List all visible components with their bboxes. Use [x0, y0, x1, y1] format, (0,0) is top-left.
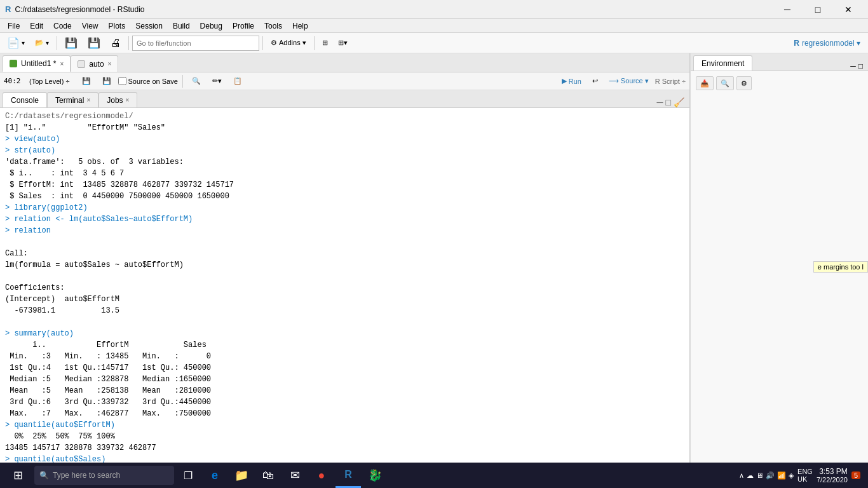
notification-badge[interactable]: 5	[851, 471, 860, 479]
menu-item-build[interactable]: Build	[168, 20, 195, 32]
console-tab-console[interactable]: Console	[3, 92, 47, 107]
sidebar-tabs-left: Environment	[693, 55, 752, 71]
task-view-button[interactable]: ❐	[175, 463, 201, 488]
close-button[interactable]: ✕	[834, 0, 863, 19]
titlebar: R C:/rdatasets/regresionmodel - RStudio …	[0, 0, 868, 19]
source-on-save-label[interactable]: Source on Save	[118, 77, 178, 85]
chrome-button[interactable]: ●	[309, 463, 334, 488]
environment-tab[interactable]: Environment	[693, 55, 752, 71]
toolbar: 📄▾ 📂▾ 💾 💾 🖨 ⚙ Addins ▾ ⊞ ⊞▾ R regresionm…	[0, 33, 868, 53]
titlebar-left: R C:/rdatasets/regresionmodel - RStudio	[5, 4, 144, 14]
save-script-button[interactable]: 💾	[78, 73, 95, 90]
addins-icon: ⚙	[271, 39, 277, 47]
filter-btn[interactable]: 🔍	[716, 76, 734, 90]
console-line-5: $ i.. : int 3 4 5 6 7	[5, 168, 684, 179]
menu-item-plots[interactable]: Plots	[104, 20, 131, 32]
console-tab-jobs[interactable]: Jobs ×	[98, 92, 137, 107]
editor-tab-auto[interactable]: auto ×	[71, 55, 118, 72]
sidebar-minimize-btn[interactable]: ─	[850, 62, 856, 71]
console-clear-btn[interactable]: 🧹	[674, 97, 684, 107]
sidebar-content: 📥 🔍 ⚙ e margins too l	[691, 71, 868, 463]
goto-input[interactable]	[132, 36, 259, 51]
mail-button[interactable]: ✉	[282, 463, 308, 488]
console-line-23: Median :5 Median :328878 Median :1650000	[5, 374, 684, 385]
chevron-up-icon[interactable]: ∧	[739, 471, 744, 480]
menu-item-help[interactable]: Help	[287, 20, 313, 32]
menu-item-profile[interactable]: Profile	[227, 20, 259, 32]
console-section: Console Terminal × Jobs × ─ □ 🧹	[0, 90, 689, 463]
open-icon: 📂	[35, 39, 44, 47]
file-explorer-button[interactable]: 📁	[229, 463, 254, 488]
tab-auto-close[interactable]: ×	[108, 60, 112, 67]
menu-item-tools[interactable]: Tools	[259, 20, 287, 32]
taskbar: ⊞ 🔍 ❐ e 📁 🛍 ✉ ● R 🐉 ∧ ☁ 🖥 🔊 📶 ◈ ENGUK	[0, 463, 868, 488]
edge-button[interactable]: e	[202, 463, 227, 488]
minimize-button[interactable]: ─	[773, 0, 802, 19]
menu-item-file[interactable]: File	[3, 20, 25, 32]
project-badge[interactable]: R regresionmodel ▾	[794, 39, 865, 48]
import-btn[interactable]: 📥	[696, 76, 714, 90]
store-button[interactable]: 🛍	[255, 463, 281, 488]
sidebar-tabs: Environment ─ □	[691, 53, 868, 71]
jobs-close[interactable]: ×	[126, 97, 130, 104]
edge-icon: e	[212, 469, 218, 482]
view-btn[interactable]: ⊞	[318, 35, 332, 51]
source-label: Source ▾	[621, 77, 649, 85]
editor-tab-untitled[interactable]: Untitled1 * ×	[3, 55, 71, 72]
search-bar[interactable]: 🔍	[34, 466, 174, 485]
file-explorer-icon: 📁	[234, 468, 248, 482]
terminal-close[interactable]: ×	[86, 97, 90, 104]
start-button[interactable]: ⊞	[3, 463, 33, 488]
environment-tab-label: Environment	[702, 59, 744, 68]
titlebar-controls: ─ □ ✕	[773, 0, 863, 19]
code-tools-button[interactable]: ✏▾	[208, 73, 226, 90]
extra-app-button[interactable]: 🐉	[362, 463, 388, 488]
menu-item-debug[interactable]: Debug	[195, 20, 227, 32]
sidebar-maximize-btn[interactable]: □	[858, 62, 863, 71]
save-all-button[interactable]: 💾	[83, 35, 105, 51]
tab-untitled-close[interactable]: ×	[60, 60, 64, 67]
csv-icon	[78, 60, 85, 68]
rerun-button[interactable]: ↩	[588, 73, 602, 90]
chrome-icon: ●	[318, 469, 325, 482]
print-button[interactable]: 🖨	[106, 35, 125, 51]
open-file-button[interactable]: 📂▾	[31, 35, 53, 51]
run-label: Run	[569, 78, 581, 85]
menu-item-session[interactable]: Session	[130, 20, 168, 32]
console-line-29: 13485 145717 328878 339732 462877	[5, 442, 684, 454]
console-tab-terminal[interactable]: Terminal ×	[47, 92, 98, 107]
new-file-dropdown[interactable]: ▾	[22, 39, 25, 46]
addins-button[interactable]: ⚙ Addins ▾	[266, 35, 311, 51]
view-btn2[interactable]: ⊞▾	[334, 35, 352, 51]
compile-button[interactable]: 📋	[229, 73, 247, 90]
save-script2-button[interactable]: 💾	[98, 73, 116, 90]
editor-tabs: Untitled1 * × auto ×	[0, 53, 689, 72]
console-line-11	[5, 236, 684, 248]
source-btn[interactable]: ⟶ Source ▾	[604, 73, 653, 90]
r-taskbar-button[interactable]: R	[336, 463, 361, 488]
console-line-9: > relation <- lm(auto$Sales~auto$EffortM…	[5, 214, 684, 225]
menu-item-view[interactable]: View	[77, 20, 104, 32]
new-file-button[interactable]: 📄▾	[3, 35, 29, 51]
console-minimize-btn[interactable]: ─	[657, 97, 663, 107]
save-button[interactable]: 💾	[60, 35, 82, 51]
project-name: regresionmodel ▾	[802, 39, 860, 48]
clock[interactable]: 3:53 PM 7/22/2020	[817, 467, 848, 484]
menu-item-edit[interactable]: Edit	[25, 20, 48, 32]
system-icons: ∧ ☁ 🖥 🔊 📶 ◈	[739, 471, 794, 480]
console-line-21: Min. :3 Min. : 13485 Min. : 0	[5, 351, 684, 362]
source-on-save-checkbox[interactable]	[118, 77, 126, 85]
console-maximize-btn[interactable]: □	[666, 97, 671, 107]
run-button[interactable]: ▶ Run	[557, 73, 586, 90]
search-icon: 🔍	[39, 471, 49, 480]
clock-time: 3:53 PM	[817, 467, 848, 476]
new-file-icon: 📄	[7, 37, 20, 49]
search-button[interactable]: 🔍	[187, 73, 205, 90]
console-content[interactable]: C:/rdatasets/regresionmodel/ [1] "i.." "…	[0, 108, 689, 463]
search-input[interactable]	[53, 471, 161, 480]
maximize-button[interactable]: □	[803, 0, 832, 19]
menu-item-code[interactable]: Code	[48, 20, 77, 32]
toolbar-separator-2	[128, 36, 129, 50]
settings-btn[interactable]: ⚙	[736, 76, 752, 90]
rscript-label: R Script ÷	[655, 78, 686, 85]
